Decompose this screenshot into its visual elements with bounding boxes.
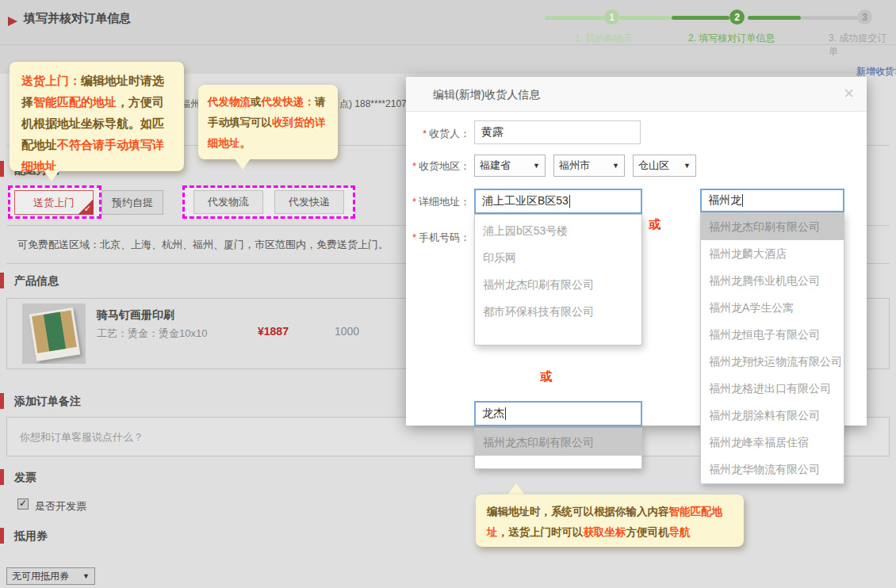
company-suggestion-item[interactable]: 福州龙朋涂料有限公司	[701, 402, 844, 429]
address-text-fragment-right: 点) 188****2107	[339, 97, 407, 111]
step-label-cart: 1. 我的购物车	[575, 32, 633, 45]
required-mark: *	[412, 196, 416, 208]
required-mark: *	[423, 128, 427, 139]
product-quantity: 1000	[335, 325, 359, 338]
address-suggestion-item[interactable]: 福州龙杰印刷有限公司	[475, 271, 641, 298]
home-delivery-tooltip: 送货上门：编辑地址时请选择智能匹配的地址，方便司机根据地址坐标导航。如匹配地址不…	[10, 62, 184, 171]
company-suggestion-item[interactable]: 福州龙杰印刷有限公司	[701, 213, 844, 240]
self-pickup-button-label: 预约自提	[112, 196, 153, 210]
corner-check-icon: ✓	[84, 204, 91, 214]
tooltip-arrow-down-icon	[44, 170, 59, 181]
step-circle-confirm: 2	[729, 10, 745, 25]
forwarding-tooltip: 代发物流或代发快递：请手动填写可以收到货的详细地址。	[198, 85, 338, 159]
step-label-done: 3. 成功提交订单	[829, 32, 896, 59]
checkout-page: 填写并核对订单信息 1 2 3 1. 我的购物车 2. 填写核对订单信息 3. …	[0, 0, 896, 588]
or-text: 或	[540, 369, 552, 384]
province-select[interactable]: 福建省	[474, 155, 546, 177]
remark-section-title: 添加订单备注	[14, 395, 81, 409]
company-suggestion-item[interactable]: 福州龙麟大酒店	[701, 240, 844, 267]
coupon-select-value: 无可用抵用券	[12, 570, 69, 583]
section-bar-coupon	[0, 528, 4, 544]
title-arrow-icon	[8, 17, 17, 26]
product-name[interactable]: 骑马钉画册印刷	[97, 308, 174, 323]
step-label-confirm: 2. 填写核对订单信息	[688, 32, 775, 45]
free-delivery-note: 可免费配送区域：北京、上海、杭州、福州、厦门，市区范围内，免费送货上门。	[17, 238, 389, 252]
coupon-section-title: 抵用券	[14, 529, 48, 544]
quick-search-input[interactable]: 龙杰	[474, 401, 642, 426]
home-delivery-button-label: 送货上门	[33, 196, 75, 210]
address-label: *详细地址：	[397, 195, 470, 209]
page-title: 填写并核对订单信息	[24, 11, 131, 26]
company-search-input[interactable]: 福州龙	[700, 189, 844, 212]
invoice-section-title: 发票	[14, 471, 36, 485]
product-price: ¥1887	[258, 325, 289, 338]
forward-logistics-button[interactable]: 代发物流	[193, 190, 263, 214]
or-text: 或	[649, 217, 661, 232]
district-select[interactable]: 仓山区	[633, 155, 696, 177]
quick-suggestion-item[interactable]: 福州龙杰印刷有限公司	[475, 429, 641, 456]
receiver-name-input[interactable]: 黄露	[474, 120, 641, 144]
step-line-1-2b	[672, 16, 729, 20]
section-bar-shipping	[0, 161, 4, 177]
quick-suggestion-panel: 福州龙杰印刷有限公司	[474, 428, 642, 469]
address-suggestion-item[interactable]: 都市环保科技有限公司	[475, 298, 641, 325]
company-suggestion-item[interactable]: 福州龙翔快运物流有限公司	[701, 348, 844, 375]
forward-express-button[interactable]: 代发快递	[274, 190, 344, 214]
address-suggestion-panel: 浦上园b区53号楼 印乐网 福州龙杰印刷有限公司 都市环保科技有限公司	[474, 214, 642, 346]
step-line-2-3a	[748, 16, 801, 20]
step-line-2-3b	[801, 16, 858, 20]
smart-match-tooltip: 编辑地址时，系统可以根据你输入内容智能匹配地址，送货上门时可以获取坐标方便司机导…	[476, 494, 744, 547]
coupon-select[interactable]: 无可用抵用券	[6, 567, 95, 585]
home-delivery-button[interactable]: 送货上门 ✓	[14, 190, 94, 215]
company-suggestion-item[interactable]: 福州龙华物流有限公司	[701, 456, 844, 483]
step-circle-done: 3	[857, 10, 872, 25]
company-suggestion-item[interactable]: 福州龙峰幸福居住宿	[701, 429, 844, 456]
text-caret	[569, 195, 570, 208]
city-select[interactable]: 福州市	[553, 155, 625, 177]
edit-receiver-modal: 编辑(新增)收货人信息 × *收货人： 黄露 *收货地区： 福建省 福州市 仓山…	[406, 77, 867, 426]
address-suggestion-item[interactable]: 印乐网	[475, 244, 641, 271]
modal-title: 编辑(新增)收货人信息	[433, 88, 540, 102]
company-suggestion-item[interactable]: 福州龙恒电子有限公司	[701, 321, 844, 348]
phone-label: *手机号码：	[397, 231, 470, 245]
company-suggestion-item[interactable]: 福州龙腾伟业机电公司	[701, 267, 844, 294]
step-line-1-2a	[618, 16, 672, 20]
close-icon[interactable]: ×	[844, 83, 854, 104]
product-image[interactable]	[22, 304, 86, 364]
invoice-checkbox-label[interactable]: 是否开发票	[35, 499, 86, 514]
booklet-art	[29, 307, 81, 361]
region-label: *收货地区：	[397, 159, 470, 174]
product-spec: 工艺：烫金：烫金10x10	[97, 326, 207, 341]
company-suggestion-list: 福州龙杰印刷有限公司 福州龙麟大酒店 福州龙腾伟业机电公司 福州龙A学生公寓 福…	[700, 212, 844, 484]
detail-address-input[interactable]: 浦上工业区B区53	[474, 189, 642, 214]
self-pickup-button[interactable]: 预约自提	[101, 190, 163, 215]
company-suggestion-item[interactable]: 福州龙A学生公寓	[701, 294, 844, 321]
step-line-before-1	[545, 16, 605, 20]
address-suggestion-item[interactable]: 浦上园b区53号楼	[475, 217, 641, 244]
company-suggestion-item[interactable]: 福州龙格进出口有限公司	[701, 375, 844, 402]
product-section-title: 产品信息	[14, 274, 59, 288]
step-circle-cart: 1	[604, 10, 619, 25]
tooltip-arrow-down-icon	[235, 158, 251, 170]
receiver-label: *收货人：	[397, 127, 470, 141]
invoice-checkbox[interactable]	[17, 498, 29, 510]
required-mark: *	[412, 160, 416, 172]
section-bar-invoice	[0, 469, 4, 485]
section-bar-product	[0, 273, 4, 288]
required-mark: *	[412, 231, 416, 243]
text-caret	[742, 194, 743, 207]
forward-logistics-button-label: 代发物流	[208, 195, 249, 209]
tooltip-arrow-up-icon	[507, 483, 525, 495]
text-caret	[505, 407, 506, 420]
section-bar-remark	[0, 393, 4, 409]
forward-express-button-label: 代发快递	[289, 195, 330, 209]
